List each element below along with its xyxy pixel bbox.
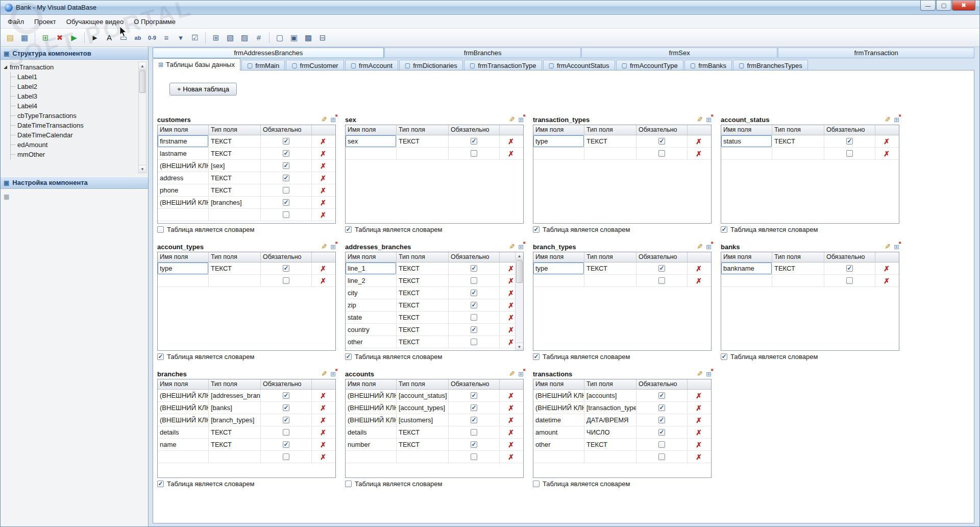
delete-field-icon[interactable]: ✗: [508, 150, 514, 157]
field-type-cell[interactable]: [account_types]: [397, 402, 449, 414]
field-name-cell[interactable]: line_1: [346, 262, 397, 274]
delete-field-icon[interactable]: ✗: [320, 199, 326, 206]
field-type-cell[interactable]: ТЕКСТ: [209, 184, 261, 196]
required-checkbox[interactable]: [471, 302, 477, 308]
tree-root-node[interactable]: ◢ frmTransaction: [4, 62, 137, 72]
field-name-cell[interactable]: [158, 275, 209, 286]
required-checkbox[interactable]: [658, 150, 665, 157]
delete-field-icon[interactable]: ✗: [884, 265, 890, 272]
delete-field-icon[interactable]: ✗: [508, 138, 514, 145]
required-checkbox[interactable]: [471, 429, 477, 436]
required-checkbox[interactable]: [283, 175, 289, 181]
tab-frmAccountStatus[interactable]: ▢frmAccountStatus: [543, 60, 615, 70]
required-checkbox[interactable]: [283, 453, 289, 460]
scroll-up-icon[interactable]: ▲: [139, 62, 146, 70]
field-type-cell[interactable]: [772, 148, 824, 159]
field-type-cell[interactable]: [branch_types]: [209, 414, 261, 426]
field-type-cell[interactable]: ТЕКСТ: [397, 439, 449, 450]
delete-field-icon[interactable]: ✗: [508, 429, 514, 436]
delete-form-icon[interactable]: ✖: [53, 31, 66, 44]
field-name-cell[interactable]: type: [158, 262, 209, 274]
field-name-cell[interactable]: city: [346, 287, 397, 299]
field-type-cell[interactable]: ТЕКСТ: [772, 262, 824, 274]
required-checkbox[interactable]: [471, 417, 477, 423]
delete-field-icon[interactable]: ✗: [884, 277, 890, 284]
tab-frmAccount[interactable]: ▢frmAccount: [345, 60, 398, 70]
delete-field-icon[interactable]: ✗: [320, 138, 326, 145]
delete-field-icon[interactable]: ✗: [696, 277, 702, 284]
delete-table-icon[interactable]: ⊞: [518, 370, 524, 378]
required-checkbox[interactable]: [471, 150, 477, 157]
required-checkbox[interactable]: [846, 277, 853, 284]
delete-field-icon[interactable]: ✗: [508, 290, 514, 297]
field-type-cell[interactable]: [customers]: [397, 414, 449, 426]
close-button[interactable]: ✖: [952, 1, 975, 11]
field-type-cell[interactable]: ЧИСЛО: [584, 426, 636, 438]
dictionary-checkbox[interactable]: [721, 226, 727, 233]
new-form-icon[interactable]: ⊞: [39, 31, 52, 44]
scroll-thumb[interactable]: [516, 260, 523, 283]
field-type-cell[interactable]: ТЕКСТ: [209, 135, 261, 147]
field-type-cell[interactable]: ТЕКСТ: [397, 135, 449, 147]
required-checkbox[interactable]: [283, 277, 289, 284]
field-name-cell[interactable]: lastname: [158, 148, 209, 159]
field-type-cell[interactable]: [209, 209, 261, 221]
required-checkbox[interactable]: [283, 162, 289, 169]
edit-table-icon[interactable]: ✎: [697, 115, 703, 124]
field-type-cell[interactable]: ТЕКСТ: [397, 275, 449, 286]
field-name-cell[interactable]: type: [533, 262, 584, 274]
dictionary-checkbox[interactable]: [157, 226, 164, 233]
required-checkbox[interactable]: [658, 265, 665, 272]
tree-item-edAmount[interactable]: edAmount: [11, 140, 137, 150]
required-checkbox[interactable]: [658, 429, 665, 436]
required-checkbox[interactable]: [283, 199, 289, 206]
edit-table-icon[interactable]: ✎: [509, 243, 515, 251]
delete-field-icon[interactable]: ✗: [320, 187, 326, 194]
groupbox-tool-icon[interactable]: ▣: [287, 31, 301, 44]
delete-field-icon[interactable]: ✗: [320, 429, 326, 436]
dictionary-checkbox[interactable]: [345, 481, 352, 487]
tab-frmBranchesTypes[interactable]: ▢frmBranchesTypes: [733, 60, 808, 70]
field-name-cell[interactable]: datetime: [533, 414, 584, 426]
scroll-down-icon[interactable]: ▼: [516, 343, 523, 350]
field-type-cell[interactable]: ТЕКСТ: [397, 287, 449, 299]
required-checkbox[interactable]: [846, 138, 853, 145]
tree-expand-icon[interactable]: ◢: [4, 64, 7, 69]
field-name-cell[interactable]: [721, 148, 772, 159]
field-name-cell[interactable]: [533, 451, 584, 463]
edit-table-icon[interactable]: ✎: [321, 243, 327, 251]
scroll-up-icon[interactable]: ▲: [516, 252, 523, 260]
delete-field-icon[interactable]: ✗: [696, 150, 702, 157]
delete-field-icon[interactable]: ✗: [508, 404, 514, 412]
save-project-icon[interactable]: ▦: [18, 31, 31, 44]
field-type-cell[interactable]: ТЕКСТ: [209, 262, 261, 274]
edit-table-icon[interactable]: ✎: [321, 115, 327, 124]
menu-item-Файл[interactable]: Файл: [3, 15, 29, 29]
form-tab-frmBranches[interactable]: frmBranches: [384, 47, 581, 58]
delete-table-icon[interactable]: ⊞: [894, 116, 899, 124]
required-checkbox[interactable]: [471, 277, 477, 284]
grid-tool-icon[interactable]: ⊞: [209, 31, 223, 44]
delete-field-icon[interactable]: ✗: [320, 162, 326, 170]
field-name-cell[interactable]: (ВНЕШНИЙ КЛЮЧ): [158, 160, 209, 172]
field-type-cell[interactable]: [584, 451, 636, 463]
tab-frmBanks[interactable]: ▢frmBanks: [684, 60, 732, 70]
field-type-cell[interactable]: [584, 275, 636, 286]
delete-field-icon[interactable]: ✗: [320, 453, 326, 461]
delete-field-icon[interactable]: ✗: [320, 265, 326, 272]
required-checkbox[interactable]: [846, 265, 853, 272]
field-name-cell[interactable]: [346, 148, 397, 159]
checkbox-tool-icon[interactable]: ☑: [188, 31, 202, 44]
field-name-cell[interactable]: country: [346, 324, 397, 336]
delete-table-icon[interactable]: ⊞: [706, 116, 712, 124]
required-checkbox[interactable]: [471, 265, 477, 272]
required-checkbox[interactable]: [471, 326, 477, 333]
field-name-cell[interactable]: [346, 451, 397, 463]
field-type-cell[interactable]: ТЕКСТ: [397, 324, 449, 336]
dbfile-tool-icon[interactable]: ▨: [238, 31, 251, 44]
field-name-cell[interactable]: address: [158, 172, 209, 184]
dictionary-checkbox[interactable]: [533, 226, 540, 233]
delete-field-icon[interactable]: ✗: [508, 392, 514, 399]
delete-field-icon[interactable]: ✗: [508, 417, 514, 424]
field-name-cell[interactable]: status: [721, 135, 772, 147]
